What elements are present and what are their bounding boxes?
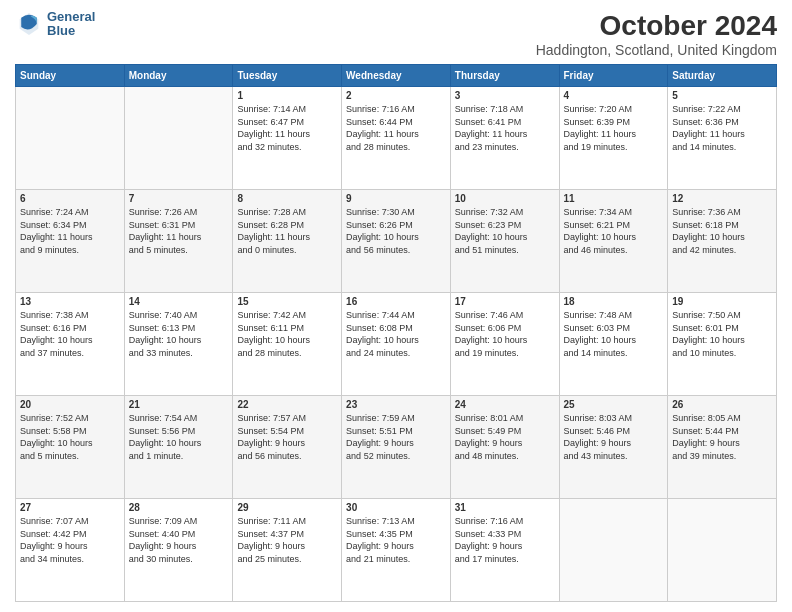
header-row: Sunday Monday Tuesday Wednesday Thursday… — [16, 65, 777, 87]
day-number: 3 — [455, 90, 555, 101]
calendar-cell: 7Sunrise: 7:26 AMSunset: 6:31 PMDaylight… — [124, 190, 233, 293]
calendar-cell: 23Sunrise: 7:59 AMSunset: 5:51 PMDayligh… — [342, 396, 451, 499]
calendar-cell — [668, 499, 777, 602]
day-number: 21 — [129, 399, 229, 410]
calendar-cell: 31Sunrise: 7:16 AMSunset: 4:33 PMDayligh… — [450, 499, 559, 602]
day-number: 25 — [564, 399, 664, 410]
day-number: 2 — [346, 90, 446, 101]
day-info: Sunrise: 7:46 AMSunset: 6:06 PMDaylight:… — [455, 310, 528, 358]
day-number: 6 — [20, 193, 120, 204]
calendar-cell — [16, 87, 125, 190]
day-info: Sunrise: 7:32 AMSunset: 6:23 PMDaylight:… — [455, 207, 528, 255]
calendar-cell: 9Sunrise: 7:30 AMSunset: 6:26 PMDaylight… — [342, 190, 451, 293]
day-info: Sunrise: 7:13 AMSunset: 4:35 PMDaylight:… — [346, 516, 415, 564]
day-number: 30 — [346, 502, 446, 513]
day-number: 12 — [672, 193, 772, 204]
day-info: Sunrise: 7:34 AMSunset: 6:21 PMDaylight:… — [564, 207, 637, 255]
day-info: Sunrise: 7:38 AMSunset: 6:16 PMDaylight:… — [20, 310, 93, 358]
day-info: Sunrise: 7:52 AMSunset: 5:58 PMDaylight:… — [20, 413, 93, 461]
day-number: 17 — [455, 296, 555, 307]
calendar-cell: 2Sunrise: 7:16 AMSunset: 6:44 PMDaylight… — [342, 87, 451, 190]
calendar-week-5: 27Sunrise: 7:07 AMSunset: 4:42 PMDayligh… — [16, 499, 777, 602]
calendar-week-4: 20Sunrise: 7:52 AMSunset: 5:58 PMDayligh… — [16, 396, 777, 499]
main-title: October 2024 — [536, 10, 777, 42]
title-block: October 2024 Haddington, Scotland, Unite… — [536, 10, 777, 58]
calendar-cell: 14Sunrise: 7:40 AMSunset: 6:13 PMDayligh… — [124, 293, 233, 396]
day-info: Sunrise: 7:18 AMSunset: 6:41 PMDaylight:… — [455, 104, 528, 152]
col-tuesday: Tuesday — [233, 65, 342, 87]
calendar-cell: 1Sunrise: 7:14 AMSunset: 6:47 PMDaylight… — [233, 87, 342, 190]
day-info: Sunrise: 7:28 AMSunset: 6:28 PMDaylight:… — [237, 207, 310, 255]
day-number: 1 — [237, 90, 337, 101]
day-number: 26 — [672, 399, 772, 410]
day-number: 14 — [129, 296, 229, 307]
day-info: Sunrise: 7:30 AMSunset: 6:26 PMDaylight:… — [346, 207, 419, 255]
calendar-cell: 13Sunrise: 7:38 AMSunset: 6:16 PMDayligh… — [16, 293, 125, 396]
day-info: Sunrise: 7:16 AMSunset: 6:44 PMDaylight:… — [346, 104, 419, 152]
col-saturday: Saturday — [668, 65, 777, 87]
day-number: 28 — [129, 502, 229, 513]
calendar-cell: 27Sunrise: 7:07 AMSunset: 4:42 PMDayligh… — [16, 499, 125, 602]
logo-icon — [15, 10, 43, 38]
logo: General Blue — [15, 10, 95, 39]
calendar-cell — [124, 87, 233, 190]
day-info: Sunrise: 7:59 AMSunset: 5:51 PMDaylight:… — [346, 413, 415, 461]
calendar-cell: 8Sunrise: 7:28 AMSunset: 6:28 PMDaylight… — [233, 190, 342, 293]
day-number: 29 — [237, 502, 337, 513]
calendar-cell: 5Sunrise: 7:22 AMSunset: 6:36 PMDaylight… — [668, 87, 777, 190]
day-info: Sunrise: 7:36 AMSunset: 6:18 PMDaylight:… — [672, 207, 745, 255]
calendar-cell: 16Sunrise: 7:44 AMSunset: 6:08 PMDayligh… — [342, 293, 451, 396]
day-number: 10 — [455, 193, 555, 204]
day-info: Sunrise: 7:11 AMSunset: 4:37 PMDaylight:… — [237, 516, 306, 564]
day-number: 22 — [237, 399, 337, 410]
day-number: 8 — [237, 193, 337, 204]
calendar-cell: 22Sunrise: 7:57 AMSunset: 5:54 PMDayligh… — [233, 396, 342, 499]
day-info: Sunrise: 7:48 AMSunset: 6:03 PMDaylight:… — [564, 310, 637, 358]
day-info: Sunrise: 7:20 AMSunset: 6:39 PMDaylight:… — [564, 104, 637, 152]
day-number: 23 — [346, 399, 446, 410]
day-number: 19 — [672, 296, 772, 307]
calendar-cell: 10Sunrise: 7:32 AMSunset: 6:23 PMDayligh… — [450, 190, 559, 293]
col-monday: Monday — [124, 65, 233, 87]
calendar-cell: 3Sunrise: 7:18 AMSunset: 6:41 PMDaylight… — [450, 87, 559, 190]
header: General Blue October 2024 Haddington, Sc… — [15, 10, 777, 58]
day-info: Sunrise: 7:14 AMSunset: 6:47 PMDaylight:… — [237, 104, 310, 152]
subtitle: Haddington, Scotland, United Kingdom — [536, 42, 777, 58]
calendar-cell: 17Sunrise: 7:46 AMSunset: 6:06 PMDayligh… — [450, 293, 559, 396]
calendar-cell: 28Sunrise: 7:09 AMSunset: 4:40 PMDayligh… — [124, 499, 233, 602]
calendar-cell: 21Sunrise: 7:54 AMSunset: 5:56 PMDayligh… — [124, 396, 233, 499]
col-wednesday: Wednesday — [342, 65, 451, 87]
day-number: 9 — [346, 193, 446, 204]
day-info: Sunrise: 8:05 AMSunset: 5:44 PMDaylight:… — [672, 413, 741, 461]
calendar-cell: 6Sunrise: 7:24 AMSunset: 6:34 PMDaylight… — [16, 190, 125, 293]
day-info: Sunrise: 7:42 AMSunset: 6:11 PMDaylight:… — [237, 310, 310, 358]
day-info: Sunrise: 7:16 AMSunset: 4:33 PMDaylight:… — [455, 516, 524, 564]
calendar-week-1: 1Sunrise: 7:14 AMSunset: 6:47 PMDaylight… — [16, 87, 777, 190]
calendar-cell: 25Sunrise: 8:03 AMSunset: 5:46 PMDayligh… — [559, 396, 668, 499]
day-info: Sunrise: 7:44 AMSunset: 6:08 PMDaylight:… — [346, 310, 419, 358]
day-number: 13 — [20, 296, 120, 307]
day-info: Sunrise: 7:54 AMSunset: 5:56 PMDaylight:… — [129, 413, 202, 461]
day-number: 7 — [129, 193, 229, 204]
day-number: 15 — [237, 296, 337, 307]
calendar-cell: 11Sunrise: 7:34 AMSunset: 6:21 PMDayligh… — [559, 190, 668, 293]
calendar-cell: 30Sunrise: 7:13 AMSunset: 4:35 PMDayligh… — [342, 499, 451, 602]
col-sunday: Sunday — [16, 65, 125, 87]
day-number: 24 — [455, 399, 555, 410]
calendar-cell: 12Sunrise: 7:36 AMSunset: 6:18 PMDayligh… — [668, 190, 777, 293]
day-info: Sunrise: 7:24 AMSunset: 6:34 PMDaylight:… — [20, 207, 93, 255]
day-number: 11 — [564, 193, 664, 204]
calendar-cell: 20Sunrise: 7:52 AMSunset: 5:58 PMDayligh… — [16, 396, 125, 499]
calendar-cell: 15Sunrise: 7:42 AMSunset: 6:11 PMDayligh… — [233, 293, 342, 396]
col-thursday: Thursday — [450, 65, 559, 87]
page: General Blue October 2024 Haddington, Sc… — [0, 0, 792, 612]
calendar-week-3: 13Sunrise: 7:38 AMSunset: 6:16 PMDayligh… — [16, 293, 777, 396]
calendar-cell: 19Sunrise: 7:50 AMSunset: 6:01 PMDayligh… — [668, 293, 777, 396]
day-info: Sunrise: 7:07 AMSunset: 4:42 PMDaylight:… — [20, 516, 89, 564]
day-number: 5 — [672, 90, 772, 101]
calendar-cell — [559, 499, 668, 602]
day-number: 4 — [564, 90, 664, 101]
day-info: Sunrise: 7:09 AMSunset: 4:40 PMDaylight:… — [129, 516, 198, 564]
calendar-table: Sunday Monday Tuesday Wednesday Thursday… — [15, 64, 777, 602]
day-number: 18 — [564, 296, 664, 307]
